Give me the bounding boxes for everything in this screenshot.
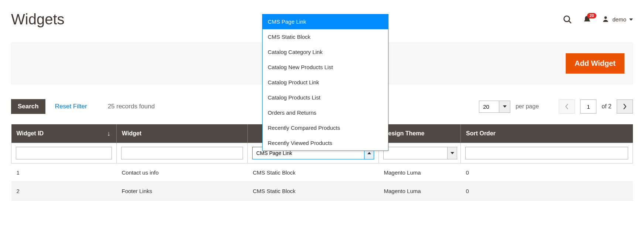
user-name-label: demo [612,16,626,23]
filter-type-dropdown-list[interactable]: CMS Page LinkCMS Static BlockCatalog Cat… [262,14,388,151]
page-total-label: of 2 [602,103,612,110]
search-button[interactable]: Search [11,99,45,114]
cell-type: CMS Static Block [248,182,379,200]
filter-theme-select[interactable] [383,147,457,159]
filter-widget-id-input[interactable] [16,147,112,159]
cell-type: CMS Static Block [248,163,379,182]
dropdown-option[interactable]: Catalog New Products List [263,60,388,75]
per-page-input[interactable] [479,101,499,113]
dropdown-option[interactable]: Catalog Product Link [263,75,388,90]
dropdown-option[interactable]: Catalog Category Link [263,44,388,60]
per-page-select[interactable] [479,101,510,113]
per-page-dropdown-button[interactable] [499,101,510,113]
filter-theme-dropdown-button[interactable] [448,147,457,159]
filter-sort-input[interactable] [465,147,628,159]
col-label: Sort Order [466,130,496,136]
prev-page-button[interactable] [559,99,575,114]
dropdown-option[interactable]: Recently Viewed Products [263,135,388,151]
records-found-label: 25 records found [108,103,155,110]
dropdown-option[interactable]: Orders and Returns [263,105,388,120]
cell-sort: 0 [461,182,633,200]
cell-sort: 0 [461,163,633,182]
cell-id: 2 [11,182,117,200]
chevron-up-icon [367,152,371,154]
col-header-widget-id[interactable]: Widget ID ↓ [11,124,117,143]
dropdown-option[interactable]: CMS Static Block [263,29,388,44]
notification-badge: 20 [587,13,596,18]
dropdown-option[interactable]: Recently Compared Products [263,120,388,135]
cell-id: 1 [11,163,117,182]
user-icon [602,15,609,24]
filter-widget-input[interactable] [121,147,243,159]
page-number-input[interactable] [580,99,596,114]
col-header-widget[interactable]: Widget [117,124,248,143]
dropdown-option[interactable]: CMS Page Link [263,14,388,29]
table-row[interactable]: 2 Footer Links CMS Static Block Magento … [11,182,633,200]
svg-point-0 [564,16,570,21]
col-label: Design Theme [384,130,424,136]
notifications-button[interactable]: 20 [583,15,592,24]
cell-theme: Magento Luma [379,182,461,200]
page-title: Widgets [11,11,65,28]
chevron-down-icon [629,18,633,21]
col-label: Widget ID [17,130,44,136]
next-page-button[interactable] [617,99,633,114]
cell-widget: Footer Links [117,182,248,200]
search-icon[interactable] [563,15,572,24]
per-page-label: per page [515,103,539,110]
reset-filter-link[interactable]: Reset Filter [55,103,87,110]
chevron-down-icon [503,105,507,108]
col-header-sort[interactable]: Sort Order [461,124,633,143]
cell-widget: Contact us info [117,163,248,182]
svg-line-1 [569,21,572,23]
user-menu[interactable]: demo [602,15,633,24]
col-header-theme[interactable]: Design Theme [379,124,461,143]
filter-theme-input[interactable] [383,147,448,159]
sort-desc-icon: ↓ [107,130,110,138]
chevron-down-icon [451,152,454,154]
cell-theme: Magento Luma [379,163,461,182]
table-row[interactable]: 1 Contact us info CMS Static Block Magen… [11,163,633,182]
add-widget-button[interactable]: Add Widget [566,53,624,74]
dropdown-option[interactable]: Catalog Products List [263,90,388,105]
svg-point-2 [604,16,607,19]
col-label: Widget [122,130,141,136]
